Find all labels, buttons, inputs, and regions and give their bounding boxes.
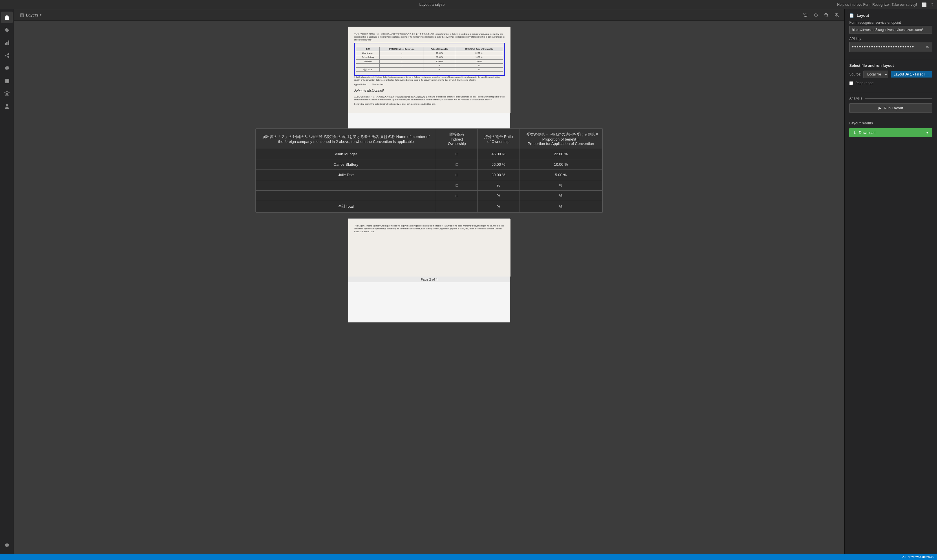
source-select[interactable]: Local file URL xyxy=(863,71,888,78)
version-text: 2.1-preview.3-dcfb033 xyxy=(902,555,934,558)
col-header-proportion: 持分の割合 Ratio of Ownership xyxy=(455,47,503,51)
svg-point-4 xyxy=(8,53,9,55)
run-icon: ▶ xyxy=(878,106,881,110)
sidebar-item-chart[interactable] xyxy=(1,37,13,49)
page-range-checkbox[interactable] xyxy=(849,81,853,85)
svg-line-6 xyxy=(6,54,8,55)
page1-text-2: If dividends mentioned in 3 above that a… xyxy=(354,76,505,82)
overlay-cell-indirect-5: □ xyxy=(436,191,478,201)
table-row-total: 合計 Total % % xyxy=(356,68,503,71)
page2-content: 「Tax Agent」means a person who is appoint… xyxy=(348,218,511,277)
layout-title: 📄 Layout xyxy=(849,13,932,18)
svg-line-19 xyxy=(838,16,839,17)
close-icon[interactable]: ✕ xyxy=(595,131,599,137)
analysis-section: Analysis ▶ Run Layout xyxy=(844,92,937,117)
run-layout-button[interactable]: ▶ Run Layout xyxy=(849,103,932,113)
page-range-label: Page range: xyxy=(855,81,874,85)
topbar-right: Help us improve Form Recognizer. Take ou… xyxy=(837,2,934,7)
endpoint-input[interactable] xyxy=(849,26,932,34)
overlay-cell-proportion-3: 5.00 % xyxy=(519,170,602,180)
table-row: Carlos Slattery □ 56.00 % 10.00 % xyxy=(356,55,503,59)
sidebar-item-person[interactable] xyxy=(1,101,13,112)
select-file-section: Select file and run layout Source: Local… xyxy=(844,59,937,92)
col-header-ratio: Ratio of Ownership xyxy=(424,47,455,51)
cell-ratio: % xyxy=(424,68,455,71)
download-icon: ⬇ xyxy=(853,131,857,135)
zoom-in-button[interactable] xyxy=(833,11,841,19)
cell-indirect xyxy=(379,68,424,71)
overlay-col-header-proportion: 受益の割合＝ 税税約の適用を受ける割合 Proportion of benefi… xyxy=(519,129,602,149)
chevron-down-icon: ▾ xyxy=(40,13,42,17)
doc-page-1: 主として税税法 租税の「２」の外国法人の株主等で税税約の適用を受ける者の氏名 名… xyxy=(348,27,510,131)
table-row: □ % % xyxy=(356,63,503,68)
cell-total: 合計 Total xyxy=(356,68,380,71)
overlay-cell-ratio-4: % xyxy=(478,180,519,191)
cell-proportion: % xyxy=(455,68,503,71)
download-button[interactable]: ⬇ Download ▾ xyxy=(849,128,932,137)
cell-proportion: 10.00 % xyxy=(455,55,503,59)
sidebar-item-home[interactable] xyxy=(1,12,13,23)
cell-indirect: □ xyxy=(379,59,424,63)
sidebar xyxy=(0,9,14,554)
cell-name: Julie Doe xyxy=(356,59,380,63)
overlay-table-row: □ % % xyxy=(256,180,602,191)
sidebar-item-tag[interactable] xyxy=(1,24,13,36)
layout-section: 📄 Layout Form recognizer service endpoin… xyxy=(844,9,937,59)
overlay-cell-proportion-1: 22.00 % xyxy=(519,149,602,159)
overlay-cell-indirect-1: □ xyxy=(436,149,478,159)
svg-line-7 xyxy=(6,56,8,57)
file-name-display[interactable]: Layout JP 1 - Filled In.pdf xyxy=(891,71,932,77)
help-text: Help us improve Form Recognizer. Take ou… xyxy=(837,3,917,7)
page1-text-4: Declare that each of the undersigned wil… xyxy=(354,103,505,106)
source-label: Source: xyxy=(849,72,861,76)
redo-button[interactable] xyxy=(812,11,820,19)
cell-ratio: % xyxy=(424,63,455,68)
sidebar-item-gear[interactable] xyxy=(1,540,13,551)
table-row: Julie Doe □ 80.00 % 5.00 % xyxy=(356,59,503,63)
overlay-cell-indirect-3: □ xyxy=(436,170,478,180)
svg-point-5 xyxy=(8,56,9,58)
layers-button[interactable]: Layers ▾ xyxy=(17,12,44,18)
download-chevron-icon: ▾ xyxy=(926,131,928,135)
svg-line-15 xyxy=(827,16,828,17)
main-layout: Layers ▾ xyxy=(0,9,937,554)
layout-icon: 📄 xyxy=(849,13,854,18)
question-icon[interactable]: ? xyxy=(931,2,934,7)
page1-table: 名前 間接保有 Indirect Ownership Ratio of Owne… xyxy=(356,47,503,72)
overlay-cell-proportion-4: % xyxy=(519,180,602,191)
page1-text-3: 主として税税法の「２」の外国法人の株主等で税税約の適用を受ける者の氏名 名称 N… xyxy=(354,95,505,101)
overlay-table-row: Carlos Slattery □ 56.00 % 10.00 % xyxy=(256,159,602,170)
cell-ratio: 56.00 % xyxy=(424,55,455,59)
cell-proportion: 22.00 % xyxy=(455,51,503,55)
undo-button[interactable] xyxy=(801,11,810,19)
sidebar-item-grid[interactable] xyxy=(1,75,13,87)
zoom-out-button[interactable] xyxy=(822,11,830,19)
svg-rect-1 xyxy=(6,42,8,45)
overlay-table-row-total: 合計Total % % xyxy=(256,201,602,212)
table-overlay: ✕ 届出書の「２」の外国法人の株主等で税税約の適用を受ける者の氏名 又は名称 N… xyxy=(255,128,603,212)
toolbar: Layers ▾ xyxy=(14,9,844,21)
document-viewer[interactable]: 主として税税法 租税の「２」の外国法人の株主等で税税約の適用を受ける者の氏名 名… xyxy=(14,21,844,554)
layout-results-section: Layout results ⬇ Download ▾ xyxy=(844,117,937,141)
download-btn-left: ⬇ Download xyxy=(853,131,875,135)
overlay-col-header-indirect: 間接保有IndirectOwnership xyxy=(436,129,478,149)
content-area: Layers ▾ xyxy=(14,9,844,554)
overlay-cell-proportion-total: % xyxy=(519,201,602,212)
signature: Johnnie McConnell xyxy=(354,88,505,93)
api-key-input[interactable] xyxy=(849,42,923,52)
overlay-cell-proportion-2: 10.00 % xyxy=(519,159,602,170)
show-api-key-button[interactable]: 👁 xyxy=(923,44,932,51)
svg-rect-11 xyxy=(7,81,9,83)
sidebar-item-connection[interactable] xyxy=(1,50,13,62)
cell-ratio: 80.00 % xyxy=(424,59,455,63)
overlay-col-header-ratio: 持分の割合 Ratioof Ownership xyxy=(478,129,519,149)
col-header-indirect: 間接保有 Indirect Ownership xyxy=(379,47,424,51)
layout-results-label: Layout results xyxy=(849,121,932,125)
overlay-cell-ratio-3: 80.00 % xyxy=(478,170,519,180)
status-bar: 2.1-preview.3-dcfb033 xyxy=(0,554,937,560)
sidebar-item-layers[interactable] xyxy=(1,88,13,100)
col-header-name: 名前 xyxy=(356,47,380,51)
overlay-cell-total: 合計Total xyxy=(256,201,436,212)
sidebar-item-settings[interactable] xyxy=(1,63,13,74)
monitor-icon[interactable]: ⬜ xyxy=(922,2,926,7)
